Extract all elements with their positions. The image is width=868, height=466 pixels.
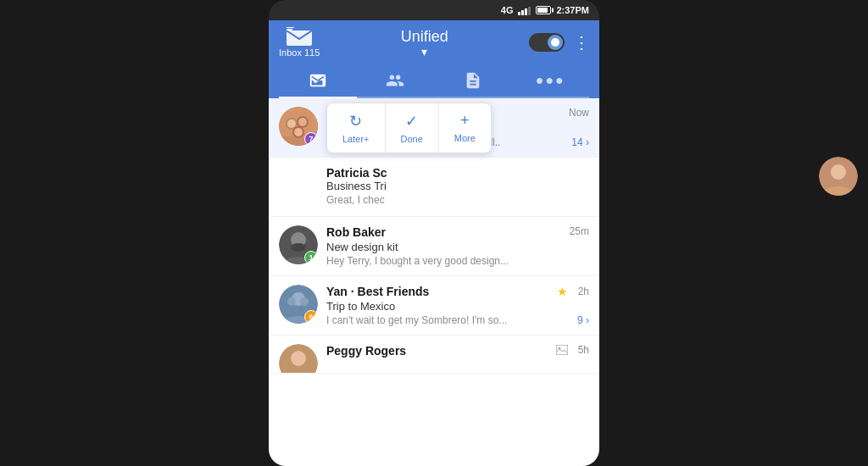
email-item-5[interactable]: Peggy Rogers 5h — [269, 336, 599, 374]
email-content-5: Peggy Rogers 5h — [326, 344, 589, 359]
notes-tab-icon — [464, 71, 482, 90]
sender-name-2: Patricia Sc — [326, 166, 387, 180]
email-preview-4: I can't wait to get my Sombrero! I'm so.… — [326, 314, 589, 326]
sender-name-3: Rob Baker — [326, 225, 386, 239]
tab-more[interactable]: ●●● — [512, 64, 590, 97]
done-label: Done — [401, 134, 423, 144]
done-button[interactable]: ✓ Done — [386, 103, 439, 153]
more-tab-icon: ●●● — [536, 73, 565, 88]
more-action-icon: + — [460, 112, 470, 130]
inbox-icon — [287, 27, 312, 46]
tab-bar: ●●● — [279, 64, 589, 98]
email-item-4[interactable]: 6 Yan · Best Friends ★ 2h Trip to Mexico… — [269, 276, 599, 336]
inbox-label: Inbox 115 — [279, 47, 320, 58]
svg-point-5 — [287, 119, 296, 128]
header-actions: ⋮ — [529, 33, 589, 52]
svg-point-19 — [300, 297, 309, 306]
more-menu-button[interactable]: ⋮ — [573, 34, 589, 51]
later-button[interactable]: ↻ Later+ — [327, 103, 386, 153]
contacts-tab-icon — [386, 71, 404, 90]
sender-name-4: Yan · Best Friends — [326, 285, 429, 298]
app-header: Inbox 115 Unified ▾ ⋮ — [269, 20, 599, 98]
tab-inbox[interactable] — [279, 64, 357, 97]
avatar-image-peggy — [279, 344, 318, 374]
svg-point-21 — [291, 351, 306, 366]
email-content-3: Rob Baker 25m New design kit Hey Terry, … — [326, 225, 589, 267]
email-2-content-partial: Patricia Sc Business Tri Great, I chec — [326, 158, 599, 216]
email-preview-3: Hey Terry, I bought a very good design..… — [326, 255, 589, 267]
email-time-4: 2h — [578, 286, 589, 297]
phone-screen: 4G 2:37PM Inbox 115 — [269, 0, 599, 466]
avatar-yan: 6 — [279, 285, 318, 324]
signal-bars — [518, 5, 531, 15]
done-icon: ✓ — [405, 112, 418, 130]
inbox-section[interactable]: Inbox 115 — [279, 27, 320, 58]
email-preview-2: Great, I chec — [326, 194, 589, 206]
badge-rob: 1 — [304, 251, 318, 264]
inbox-tab-icon — [309, 71, 327, 90]
tab-contacts[interactable] — [357, 64, 435, 97]
unified-section[interactable]: Unified ▾ — [401, 28, 448, 58]
email-5-time-area: 5h — [556, 344, 589, 356]
svg-point-15 — [291, 243, 306, 252]
badge-yan: 6 — [304, 310, 318, 324]
email-item-1[interactable]: 7 Kim · Loyd, Brian + 2 Now Tracy's Home… — [269, 98, 599, 158]
sender-name-5: Peggy Rogers — [326, 344, 406, 358]
status-bar: 4G 2:37PM — [269, 0, 599, 20]
email-time-3: 25m — [570, 225, 589, 237]
email-subject-3: New design kit — [326, 241, 589, 253]
action-menu: ↻ Later+ ✓ Done + More — [326, 103, 492, 153]
email-content-4: Yan · Best Friends ★ 2h Trip to Mexico I… — [326, 285, 589, 326]
time-star-4: ★ 2h — [557, 285, 589, 298]
battery-icon — [536, 6, 551, 14]
email-list: 7 Kim · Loyd, Brian + 2 Now Tracy's Home… — [269, 98, 599, 466]
email-subject-2: Business Tri — [326, 180, 589, 192]
network-indicator: 4G — [501, 5, 514, 15]
badge-kim: 7 — [304, 132, 318, 146]
avatar-peggy — [279, 344, 318, 374]
time-display: 2:37PM — [556, 5, 589, 15]
later-icon: ↻ — [349, 112, 362, 130]
email-item-3[interactable]: 1 Rob Baker 25m New design kit Hey Terry… — [269, 217, 599, 276]
email-2-avatar-space — [269, 158, 326, 216]
svg-point-7 — [298, 118, 307, 126]
svg-point-9 — [294, 128, 303, 136]
unified-title: Unified — [401, 28, 448, 46]
more-action-label: More — [454, 133, 476, 143]
svg-rect-22 — [556, 345, 568, 355]
email-item-2[interactable]: Patricia Sc Business Tri Great, I chec — [269, 158, 599, 217]
tab-notes[interactable] — [434, 64, 512, 97]
svg-point-18 — [287, 297, 296, 306]
more-action-button[interactable]: + More — [439, 103, 491, 153]
chevron-down-icon: ▾ — [421, 46, 427, 58]
later-label: Later+ — [342, 134, 370, 144]
email-subject-4: Trip to Mexico — [326, 300, 589, 313]
email-time-5: 5h — [578, 344, 589, 356]
star-icon-4: ★ — [557, 285, 568, 298]
toggle-circle — [548, 35, 563, 50]
image-attachment-icon — [556, 345, 568, 355]
account-toggle[interactable] — [529, 33, 565, 52]
avatar-kim: 7 — [279, 107, 318, 146]
avatar-rob: 1 — [279, 225, 318, 264]
email-time-1: Now — [569, 107, 589, 119]
